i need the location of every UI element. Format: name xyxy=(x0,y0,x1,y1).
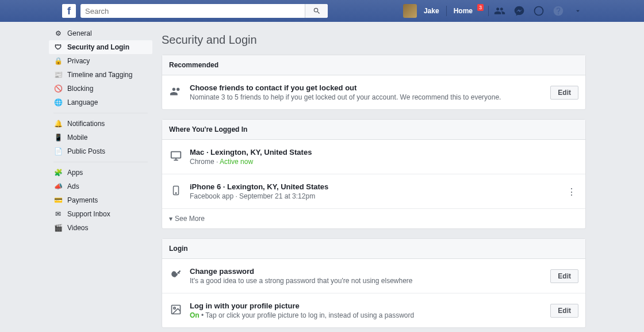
sidebar-item-label: Blocking xyxy=(67,85,93,93)
sidebar-item-blocking[interactable]: 🚫Blocking xyxy=(49,82,152,96)
sidebar-item-icon: 🎬 xyxy=(53,223,63,232)
sidebar-item-support-inbox[interactable]: ✉Support Inbox xyxy=(49,207,152,221)
top-bar: f Jake Home 3 xyxy=(0,0,644,22)
recommended-section: Recommended Choose friends to contact if… xyxy=(162,55,586,110)
sidebar-item-security-and-login[interactable]: 🛡Security and Login xyxy=(49,40,152,54)
facebook-logo[interactable]: f xyxy=(62,4,76,18)
sidebar-item-payments[interactable]: 💳Payments xyxy=(49,193,152,207)
sidebar-item-icon: ⚙ xyxy=(53,29,63,38)
row-title: Change password xyxy=(190,267,543,276)
row-title: Choose friends to contact if you get loc… xyxy=(190,83,543,92)
profile-picture-login-row: Log in with your profile picture On • Ta… xyxy=(162,293,585,327)
login-section: Login Change password It's a good idea t… xyxy=(162,238,586,328)
notifications-icon[interactable] xyxy=(532,5,545,17)
change-password-row: Change password It's a good idea to use … xyxy=(162,259,585,293)
sidebar-item-language[interactable]: 🌐Language xyxy=(49,96,152,109)
sidebar-item-icon: 📰 xyxy=(53,70,63,79)
home-link[interactable]: Home xyxy=(449,7,477,15)
sidebar-item-label: Mobile xyxy=(67,133,87,142)
sidebar-item-icon: 💳 xyxy=(53,196,63,205)
sidebar-item-label: Videos xyxy=(67,224,88,232)
topbar-right: Jake Home 3 xyxy=(403,0,586,22)
sidebar-item-icon: 📣 xyxy=(53,182,63,191)
sidebar-divider xyxy=(53,162,148,162)
session-subtitle: Chrome · Active now xyxy=(190,158,578,166)
sidebar-item-icon: 🛡 xyxy=(53,43,63,52)
row-subtitle: It's a good idea to use a strong passwor… xyxy=(190,277,543,285)
section-header: Where You're Logged In xyxy=(162,120,585,140)
sidebar-item-label: Public Posts xyxy=(67,147,105,155)
home-label: Home xyxy=(454,7,473,15)
page-title: Security and Login xyxy=(162,33,586,47)
session-title: Mac · Lexington, KY, United States xyxy=(190,148,578,157)
sidebar-item-label: Payments xyxy=(67,196,98,204)
session-row: Mac · Lexington, KY, United States Chrom… xyxy=(162,140,585,174)
section-header: Login xyxy=(162,239,585,259)
help-icon[interactable] xyxy=(552,5,565,17)
search-icon xyxy=(313,7,321,15)
sidebar-item-label: Privacy xyxy=(67,57,90,65)
svg-rect-0 xyxy=(171,152,181,158)
search-input[interactable] xyxy=(80,7,305,16)
row-sub-rest: • Tap or click your profile picture to l… xyxy=(200,311,415,319)
sidebar-item-icon: 🌐 xyxy=(53,98,63,107)
edit-button[interactable]: Edit xyxy=(550,269,578,283)
on-status: On xyxy=(190,311,200,319)
sidebar-item-general[interactable]: ⚙General xyxy=(49,26,152,40)
key-icon xyxy=(169,268,183,282)
picture-icon xyxy=(169,303,183,316)
sidebar-item-label: General xyxy=(67,29,92,37)
sidebar-item-icon: 🔒 xyxy=(53,56,63,66)
row-subtitle: On • Tap or click your profile picture t… xyxy=(190,311,543,319)
sidebar-item-label: Security and Login xyxy=(67,43,129,51)
sidebar-item-icon: 📄 xyxy=(53,147,63,156)
home-badge: 3 xyxy=(477,4,484,11)
section-header: Recommended xyxy=(162,55,585,75)
sidebar-item-label: Timeline and Tagging xyxy=(67,71,132,79)
sidebar-divider xyxy=(53,113,148,113)
sidebar-item-videos[interactable]: 🎬Videos xyxy=(49,221,152,235)
edit-button[interactable]: Edit xyxy=(550,86,578,100)
recommended-row: Choose friends to contact if you get loc… xyxy=(162,75,585,109)
search-button[interactable] xyxy=(305,4,328,18)
phone-icon xyxy=(169,184,183,197)
see-more-label: See More xyxy=(175,215,205,223)
messenger-icon[interactable] xyxy=(513,5,526,17)
svg-point-4 xyxy=(174,307,175,309)
session-subtitle: Facebook app · September 21 at 3:12pm xyxy=(190,192,578,200)
friend-requests-icon[interactable] xyxy=(493,5,506,17)
session-sub-prefix: Chrome · xyxy=(190,158,220,166)
main-content: Security and Login Recommended Choose fr… xyxy=(152,22,595,332)
sidebar-item-label: Language xyxy=(67,98,98,106)
sidebar-item-notifications[interactable]: 🔔Notifications xyxy=(49,117,152,131)
svg-point-2 xyxy=(175,193,177,194)
sidebar-item-icon: 📱 xyxy=(53,133,63,142)
friends-icon xyxy=(169,85,183,98)
sidebar-item-public-posts[interactable]: 📄Public Posts xyxy=(49,144,152,158)
active-now-label: Active now xyxy=(220,158,253,166)
nav-divider xyxy=(446,6,447,16)
sidebar-item-timeline-and-tagging[interactable]: 📰Timeline and Tagging xyxy=(49,68,152,82)
sidebar-item-label: Notifications xyxy=(67,120,105,128)
sidebar-item-icon: 🔔 xyxy=(53,119,63,128)
where-logged-in-section: Where You're Logged In Mac · Lexington, … xyxy=(162,119,586,229)
sidebar-item-mobile[interactable]: 📱Mobile xyxy=(49,131,152,144)
chevron-down-icon: ▾ xyxy=(169,215,172,223)
sidebar-item-icon: 🚫 xyxy=(53,84,63,93)
row-title: Log in with your profile picture xyxy=(190,302,543,310)
sidebar-item-label: Support Inbox xyxy=(67,210,110,218)
user-link[interactable]: Jake xyxy=(419,7,444,15)
edit-button[interactable]: Edit xyxy=(550,304,578,318)
sidebar-item-label: Ads xyxy=(67,182,79,190)
row-subtitle: Nominate 3 to 5 friends to help if you g… xyxy=(190,93,543,101)
sidebar-item-ads[interactable]: 📣Ads xyxy=(49,180,152,193)
see-more-button[interactable]: ▾ See More xyxy=(162,209,585,228)
avatar[interactable] xyxy=(403,4,417,18)
session-more-button[interactable]: ⋮ xyxy=(565,184,578,199)
session-row: iPhone 6 · Lexington, KY, United States … xyxy=(162,174,585,209)
account-menu-icon[interactable] xyxy=(572,5,584,17)
sidebar-item-icon: 🧩 xyxy=(53,168,63,177)
sidebar-item-apps[interactable]: 🧩Apps xyxy=(49,166,152,180)
sidebar-item-privacy[interactable]: 🔒Privacy xyxy=(49,54,152,68)
settings-sidebar: ⚙General🛡Security and Login🔒Privacy📰Time… xyxy=(49,22,152,332)
